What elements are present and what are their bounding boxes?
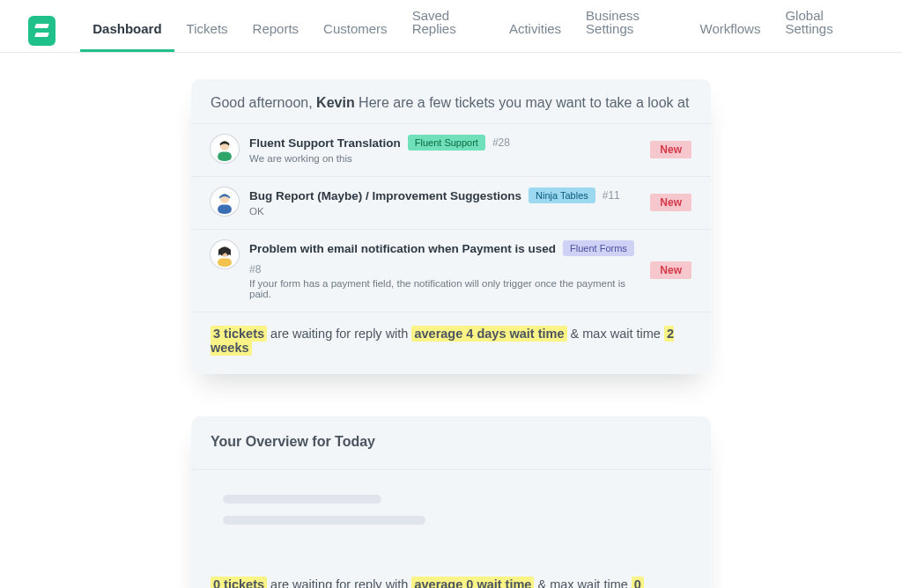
greeting-prefix: Good afternoon, <box>211 95 316 110</box>
ticket-body: Bug Report (Maybe) / Improvement Suggest… <box>249 187 640 217</box>
svg-rect-2 <box>218 152 232 162</box>
nav-link-activities[interactable]: Activities <box>497 22 573 52</box>
ticket-number: #28 <box>492 136 510 149</box>
status-badge: New <box>650 194 691 211</box>
greeting-suffix: Here are a few tickets you may want to t… <box>355 95 690 110</box>
ticket-title: Fluent Support Translation <box>249 136 401 150</box>
ticket-subtitle: OK <box>249 206 640 217</box>
ticket-row[interactable]: Fluent Support Translation Fluent Suppor… <box>191 124 711 177</box>
skeleton-line <box>223 495 381 503</box>
summary-text: are waiting for reply with <box>267 577 411 588</box>
svg-rect-5 <box>218 205 232 215</box>
nav-link-saved-replies[interactable]: Saved Replies <box>400 9 497 52</box>
nav-tab-tickets[interactable]: Tickets <box>174 22 240 52</box>
ticket-tag: Ninja Tables <box>529 187 595 203</box>
ticket-subtitle: We are working on this <box>249 153 640 164</box>
ticket-row[interactable]: Bug Report (Maybe) / Improvement Suggest… <box>191 177 711 230</box>
summary-text: & max wait time <box>534 577 631 588</box>
overview-loading-skeleton <box>191 470 711 563</box>
greeting-name: Kevin <box>316 95 355 110</box>
ticket-title: Bug Report (Maybe) / Improvement Suggest… <box>249 189 521 202</box>
ticket-body: Problem with email notification when Pay… <box>249 240 640 299</box>
summary-avg: average 0 wait time <box>411 577 534 588</box>
svg-rect-8 <box>218 258 232 267</box>
nav-tab-reports[interactable]: Reports <box>240 22 312 52</box>
ticket-title: Problem with email notification when Pay… <box>249 242 556 255</box>
ticket-tag: Fluent Forms <box>563 240 634 256</box>
nav-left-group: Dashboard Tickets Reports Customers <box>80 9 399 52</box>
brand-logo-icon[interactable] <box>28 16 55 46</box>
ticket-subtitle: If your form has a payment field, the no… <box>249 278 640 299</box>
summary-text: are waiting for reply with <box>267 327 411 341</box>
content-area: Good afternoon, Kevin Here are a few tic… <box>0 53 902 588</box>
app-frame: Dashboard Tickets Reports Customers Save… <box>0 0 902 588</box>
summary-max: 0 <box>632 577 644 588</box>
status-badge: New <box>650 261 691 279</box>
nav-link-workflows[interactable]: Workflows <box>688 22 773 52</box>
ticket-tag: Fluent Support <box>408 135 485 151</box>
top-nav: Dashboard Tickets Reports Customers Save… <box>0 0 902 53</box>
nav-link-global-settings[interactable]: Global Settings <box>773 9 874 52</box>
skeleton-line <box>223 516 425 525</box>
nav-tab-customers[interactable]: Customers <box>311 22 400 52</box>
overview-title: Your Overview for Today <box>191 416 711 470</box>
tickets-card: Good afternoon, Kevin Here are a few tic… <box>191 79 711 374</box>
summary-count: 0 tickets <box>211 577 267 588</box>
summary-text: & max wait time <box>567 327 664 341</box>
nav-tab-dashboard[interactable]: Dashboard <box>80 22 174 52</box>
avatar <box>211 240 239 268</box>
nav-link-business-settings[interactable]: Business Settings <box>573 9 687 52</box>
tickets-summary: 3 tickets are waiting for reply with ave… <box>191 312 711 374</box>
avatar <box>211 187 239 216</box>
overview-card: Your Overview for Today 0 tickets are wa… <box>191 416 711 588</box>
ticket-body: Fluent Support Translation Fluent Suppor… <box>249 135 640 164</box>
status-badge: New <box>650 141 691 158</box>
overview-summary: 0 tickets are waiting for reply with ave… <box>191 563 711 588</box>
ticket-number: #11 <box>603 189 620 202</box>
greeting-header: Good afternoon, Kevin Here are a few tic… <box>191 79 711 124</box>
ticket-row[interactable]: Problem with email notification when Pay… <box>191 230 711 312</box>
avatar <box>211 135 239 163</box>
summary-avg: average 4 days wait time <box>411 326 566 342</box>
nav-right-group: Saved Replies Activities Business Settin… <box>400 9 874 52</box>
ticket-number: #8 <box>249 263 261 276</box>
